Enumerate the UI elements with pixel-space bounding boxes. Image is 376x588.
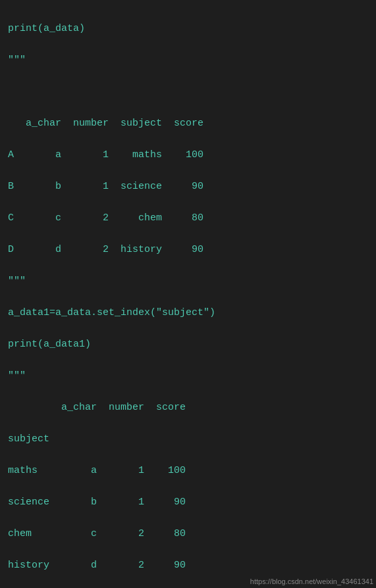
line-4: a_char number subject score: [8, 118, 203, 129]
line-11: print(a_data1): [8, 339, 91, 350]
line-1: print(a_data): [8, 23, 85, 34]
line-6: B b 1 science 90: [8, 181, 203, 192]
watermark: https://blog.csdn.net/weixin_43461341: [250, 577, 373, 585]
line-5: A a 1 maths 100: [8, 149, 203, 160]
line-16: science b 1 90: [8, 497, 186, 508]
line-15: maths a 1 100: [8, 465, 186, 476]
line-10: a_data1=a_data.set_index("subject"): [8, 307, 215, 318]
line-13: a_char number score: [8, 402, 186, 413]
line-18: history d 2 90: [8, 560, 186, 571]
line-17: chem c 2 80: [8, 528, 186, 539]
line-2: """: [8, 55, 26, 66]
line-9: """: [8, 276, 26, 287]
line-14: subject: [8, 433, 49, 445]
line-12: """: [8, 370, 26, 381]
code-content: print(a_data) """ a_char number subject …: [8, 5, 368, 588]
line-8: D d 2 history 90: [8, 244, 203, 255]
line-7: C c 2 chem 80: [8, 212, 203, 224]
